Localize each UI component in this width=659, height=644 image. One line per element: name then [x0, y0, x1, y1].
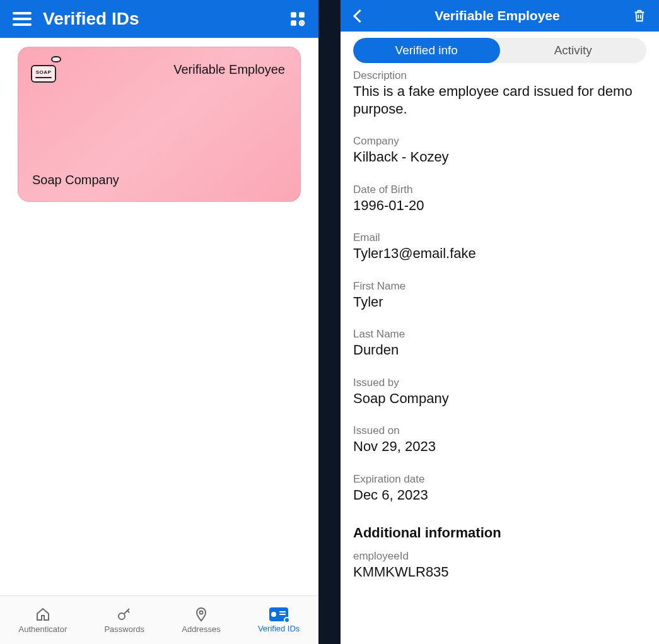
field-label: Expiration date [353, 473, 646, 486]
svg-point-7 [199, 611, 202, 614]
nav-label: Addresses [182, 624, 220, 634]
field-issued-on: Issued on Nov 29, 2023 [353, 424, 646, 455]
nav-authenticator[interactable]: Authenticator [19, 607, 67, 634]
card-issuer-label: Soap Company [32, 173, 119, 187]
field-value: KMMKWLR835 [353, 563, 646, 581]
field-label: Date of Birth [353, 184, 646, 196]
tab-verified-info[interactable]: Verified info [353, 38, 500, 63]
pin-icon [194, 607, 209, 622]
key-icon [117, 607, 132, 622]
field-value: This is a fake employee card issued for … [353, 83, 646, 117]
field-value: Durden [353, 341, 646, 359]
field-employee-id: employeeId KMMKWLR835 [353, 550, 646, 581]
nav-passwords[interactable]: Passwords [104, 607, 144, 634]
svg-rect-1 [299, 12, 305, 18]
bottom-nav: Authenticator Passwords Addresses Verifi… [0, 595, 318, 644]
additional-info-heading: Additional information [353, 525, 646, 541]
tab-bar: Verified info Activity [353, 38, 646, 63]
field-label: Description [353, 69, 646, 82]
field-label: Issued on [353, 424, 646, 437]
nav-label: Passwords [104, 624, 144, 634]
svg-rect-0 [291, 12, 296, 18]
field-last-name: Last Name Durden [353, 328, 646, 359]
field-label: Email [353, 231, 646, 244]
field-first-name: First Name Tyler [353, 280, 646, 311]
field-label: employeeId [353, 550, 646, 563]
field-company: Company Kilback - Kozey [353, 135, 646, 166]
field-label: Last Name [353, 328, 646, 341]
detail-body[interactable]: Description This is a fake employee card… [341, 68, 659, 644]
field-label: Issued by [353, 377, 646, 389]
svg-rect-2 [291, 20, 296, 26]
nav-label: Authenticator [19, 624, 67, 634]
card-type-label: Verifiable Employee [173, 62, 285, 77]
field-expiration: Expiration date Dec 6, 2023 [353, 473, 646, 504]
card-brand-icon: SOAP [31, 57, 57, 83]
home-icon [35, 607, 50, 622]
field-value: Tyler [353, 293, 646, 311]
qr-scan-icon[interactable] [289, 11, 306, 27]
field-label: First Name [353, 280, 646, 293]
field-value: Kilback - Kozey [353, 148, 646, 166]
detail-title: Verifiable Employee [434, 8, 559, 23]
field-value: Soap Company [353, 390, 646, 407]
verified-ids-panel: Verified IDs SOAP Verifiable Employee So… [0, 0, 318, 644]
field-value: 1996-01-20 [353, 197, 646, 214]
field-value: Nov 29, 2023 [353, 438, 646, 455]
tab-activity[interactable]: Activity [500, 38, 647, 63]
field-issued-by: Issued by Soap Company [353, 377, 646, 407]
credential-detail-panel: Verifiable Employee Verified info Activi… [341, 0, 659, 644]
field-label: Company [353, 135, 646, 148]
nav-addresses[interactable]: Addresses [182, 607, 220, 634]
field-value: Tyler13@email.fake [353, 245, 646, 262]
svg-point-6 [119, 613, 125, 619]
trash-icon[interactable] [633, 8, 646, 23]
field-value: Dec 6, 2023 [353, 486, 646, 504]
page-title: Verified IDs [43, 9, 289, 29]
field-email: Email Tyler13@email.fake [353, 231, 646, 262]
right-header: Verifiable Employee [341, 0, 659, 32]
field-description: Description This is a fake employee card… [353, 69, 646, 117]
card-list: SOAP Verifiable Employee Soap Company [0, 38, 318, 595]
nav-label: Verified IDs [258, 624, 300, 633]
credential-card[interactable]: SOAP Verifiable Employee Soap Company [18, 47, 301, 202]
id-card-icon [269, 607, 288, 621]
field-dob: Date of Birth 1996-01-20 [353, 184, 646, 214]
hamburger-icon[interactable] [13, 12, 32, 26]
back-icon[interactable] [353, 9, 362, 23]
nav-verified-ids[interactable]: Verified IDs [258, 607, 300, 633]
left-header: Verified IDs [0, 0, 318, 38]
